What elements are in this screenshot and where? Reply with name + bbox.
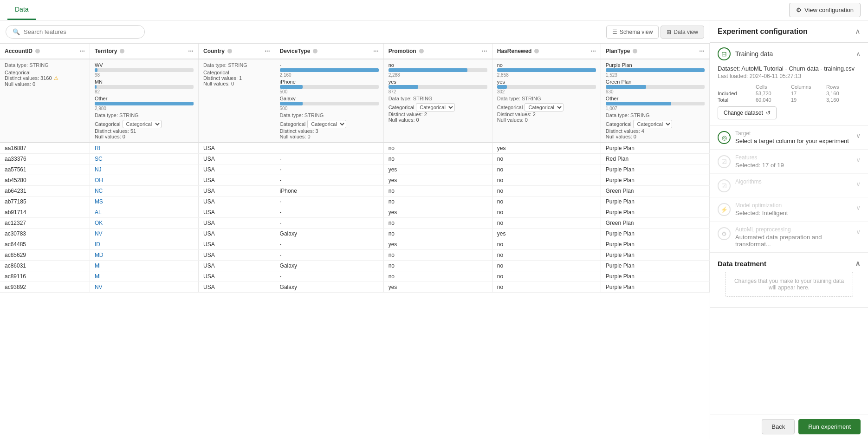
cell-territory: OH [90, 175, 198, 186]
tab-data[interactable]: Data [7, 0, 36, 20]
data-panel: 🔍 ☰ Schema view ⊞ Data view [0, 20, 710, 439]
col-label: AccountID [5, 48, 32, 54]
cell-promotion: yes [383, 207, 492, 218]
cell-hasrenewed: no [492, 218, 601, 229]
category-select-plantype[interactable]: Categorical [633, 120, 672, 128]
category-select-devicetype[interactable]: Categorical [307, 120, 346, 128]
model-optimization-section[interactable]: ⚡ Model optimization Selected: Intellige… [710, 197, 868, 222]
cell-country: USA [198, 282, 275, 293]
col-label: Country [203, 48, 225, 54]
cell-plantype: Purple Plan [601, 197, 709, 207]
cell-promotion: yes [383, 282, 492, 293]
cell-plantype: Purple Plan [601, 164, 709, 175]
cell-plantype: Red Plan [601, 154, 709, 164]
automl-expand-icon[interactable]: ∨ [856, 228, 861, 236]
col-label: PlanType [606, 48, 630, 54]
search-icon: 🔍 [13, 28, 20, 35]
training-data-chevron[interactable]: ∧ [856, 50, 861, 58]
cell-hasrenewed: no [492, 207, 601, 218]
search-input[interactable] [24, 28, 138, 35]
database-icon: ⊟ [718, 47, 731, 60]
cell-territory: MI [90, 261, 198, 271]
cell-hasrenewed: no [492, 186, 601, 197]
col-more-hasrenewed[interactable]: ··· [590, 47, 596, 55]
features-expand-icon[interactable]: ∨ [856, 156, 861, 164]
cell-country: USA [198, 154, 275, 164]
col-more-accountid[interactable]: ··· [79, 47, 85, 55]
data-treatment-section: Data treatment ∧ Changes that you make t… [710, 253, 868, 308]
cell-territory: RI [90, 143, 198, 154]
bottom-footer: Back Run experiment [710, 414, 868, 439]
table-row: ac89116MIUSA-nonoPurple Plan [0, 271, 710, 282]
cell-country: USA [198, 197, 275, 207]
cell-territory: OK [90, 218, 198, 229]
cell-territory: MS [90, 197, 198, 207]
chevron-up-icon[interactable]: ∧ [855, 27, 861, 36]
col-more-country[interactable]: ··· [265, 47, 270, 55]
table-row: ab77185MSUSA-nonoPurple Plan [0, 197, 710, 207]
experiment-config-title: Experiment configuration [718, 27, 808, 36]
col-more-plantype[interactable]: ··· [699, 47, 705, 55]
training-data-section: ⊟ Training data ∧ Dataset: AutoML Tutori… [710, 43, 868, 125]
category-select-promotion[interactable]: Categorical [416, 103, 455, 111]
cell-promotion: no [383, 197, 492, 207]
automl-preprocessing-section[interactable]: ⚙ AutoML preprocessing Automated data pr… [710, 222, 868, 253]
dataset-name: Dataset: AutoML Tutorial - Churn data - … [718, 65, 861, 72]
col-more-devicetype[interactable]: ··· [373, 47, 379, 55]
cell-territory: NJ [90, 164, 198, 175]
cell-promotion: yes [383, 239, 492, 250]
table-row: ac86031MIUSAGalaxynonoPurple Plan [0, 261, 710, 271]
cell-devicetype: iPhone [275, 186, 383, 197]
model-opt-expand-icon[interactable]: ∨ [856, 204, 861, 211]
col-header-territory: Territory ··· [90, 44, 198, 59]
table-row: ac93892NVUSAGalaxyyesnoPurple Plan [0, 282, 710, 293]
category-select-territory[interactable]: Categorical [123, 120, 162, 128]
cell-promotion: no [383, 261, 492, 271]
col-more-promotion[interactable]: ··· [482, 47, 487, 55]
features-section[interactable]: ☑ Features Selected: 17 of 19 ∨ [710, 150, 868, 174]
target-expand-icon[interactable]: ∨ [856, 132, 861, 139]
cell-plantype: Green Plan [601, 186, 709, 197]
cell-plantype: Purple Plan [601, 229, 709, 239]
table-row: ab91714ALUSA-yesnoPurple Plan [0, 207, 710, 218]
stats-cell-hasrenewed: no 2,858 yes 302 Data type: STRING Categ… [492, 59, 601, 143]
col-more-territory[interactable]: ··· [188, 47, 194, 55]
col-header-promotion: Promotion ··· [383, 44, 492, 59]
cell-territory: MI [90, 271, 198, 282]
cell-country: USA [198, 175, 275, 186]
target-section[interactable]: ◎ Target Select a target column for your… [710, 125, 868, 150]
schema-view-button[interactable]: ☰ Schema view [606, 26, 659, 39]
cell-accountid: ab64231 [0, 186, 90, 197]
cell-accountid: aa16887 [0, 143, 90, 154]
algorithms-section[interactable]: ☑ Algorithms ∨ [710, 174, 868, 197]
cell-accountid: ac30783 [0, 229, 90, 239]
col-header-country: Country ··· [198, 44, 275, 59]
cell-devicetype: - [275, 154, 383, 164]
refresh-icon: ↺ [766, 110, 771, 116]
change-dataset-button[interactable]: Change dataset ↺ [718, 106, 777, 119]
cell-territory: MD [90, 250, 198, 261]
cell-territory: AL [90, 207, 198, 218]
view-toggles: ☰ Schema view ⊞ Data view [606, 26, 704, 39]
algorithms-expand-icon[interactable]: ∨ [856, 180, 861, 188]
stats-cell-accountid: Data type: STRING CategoricalDistinct va… [0, 59, 90, 143]
stats-cell-territory: WV 98 MN 82 Other 2,980 Data type: STRIN… [90, 59, 198, 143]
cell-promotion: no [383, 229, 492, 239]
back-button[interactable]: Back [762, 419, 795, 434]
cell-hasrenewed: yes [492, 143, 601, 154]
category-select-hasrenewed[interactable]: Categorical [525, 103, 564, 111]
cell-promotion: no [383, 218, 492, 229]
data-treatment-chevron[interactable]: ∧ [855, 259, 861, 268]
col-label: DeviceType [280, 48, 311, 54]
cell-hasrenewed: no [492, 261, 601, 271]
search-box[interactable]: 🔍 [6, 25, 145, 39]
features-value: Selected: 17 of 19 [735, 162, 851, 169]
view-configuration-button[interactable]: ⚙ View configuration [789, 3, 861, 17]
right-panel: Experiment configuration ∧ ⊟ Training da… [710, 20, 868, 439]
sliders-icon: ⚙ [796, 7, 802, 13]
cell-promotion: no [383, 271, 492, 282]
run-experiment-button[interactable]: Run experiment [798, 419, 861, 434]
data-view-button[interactable]: ⊞ Data view [661, 26, 704, 39]
stats-cell-country: Data type: STRING CategoricalDistinct va… [198, 59, 275, 143]
cell-devicetype: Galaxy [275, 261, 383, 271]
